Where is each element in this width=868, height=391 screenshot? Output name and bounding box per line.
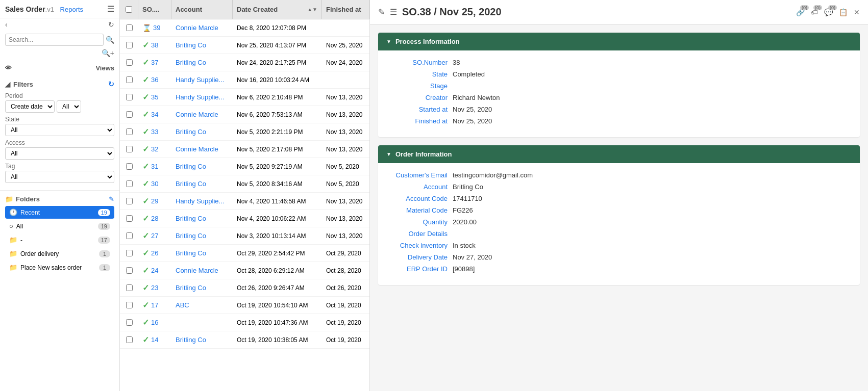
views-section-header[interactable]: 👁 Views [0, 60, 119, 76]
table-row[interactable]: ✓ 24 Connie Marcle Oct 28, 2020 6:29:12 … [120, 262, 369, 279]
folder-count-order-delivery: 1 [99, 250, 110, 257]
table-row[interactable]: ✓ 31 Britling Co Nov 5, 2020 9:27:19 AM … [120, 158, 369, 175]
account-cell: Britling Co [176, 163, 206, 170]
select-all-checkbox[interactable] [126, 6, 132, 13]
state-select[interactable]: All [5, 124, 114, 136]
row-checkbox[interactable] [126, 76, 133, 83]
row-checkbox[interactable] [126, 284, 133, 291]
comment-icon[interactable]: 💬 (0) [824, 8, 833, 16]
th-account[interactable]: Account [171, 0, 233, 19]
reports-link[interactable]: Reports [60, 6, 84, 13]
table-row[interactable]: ✓ 37 Britling Co Nov 24, 2020 2:17:25 PM… [120, 54, 369, 71]
td-checkbox [120, 210, 138, 227]
row-checkbox[interactable] [126, 111, 133, 118]
td-finished [322, 71, 369, 88]
row-checkbox[interactable] [126, 250, 133, 256]
td-date: Oct 19, 2020 10:38:05 AM [233, 331, 322, 348]
row-checkbox[interactable] [126, 180, 133, 187]
td-account: Britling Co [171, 245, 233, 262]
refresh-icon[interactable]: ↻ [108, 20, 114, 29]
edit-title-icon[interactable]: ✎ [378, 7, 385, 17]
table-row[interactable]: ✓ 26 Britling Co Oct 29, 2020 2:54:42 PM… [120, 245, 369, 262]
td-finished: Oct 29, 2020 [322, 245, 369, 262]
table-row[interactable]: ✓ 36 Handy Supplie... Nov 16, 2020 10:03… [120, 71, 369, 89]
td-date: Nov 24, 2020 2:17:25 PM [233, 54, 322, 71]
row-checkbox[interactable] [126, 198, 133, 204]
close-icon[interactable]: ✕ [854, 8, 860, 16]
folder-count-recent: 19 [98, 209, 110, 216]
th-finished[interactable]: Finished at [322, 0, 369, 19]
advanced-search-icon[interactable]: 🔍+ [102, 49, 114, 57]
row-checkbox[interactable] [126, 42, 133, 48]
tag-select[interactable]: All [5, 171, 114, 183]
table-row[interactable]: ✓ 33 Britling Co Nov 5, 2020 2:21:19 PM … [120, 123, 369, 141]
row-checkbox[interactable] [126, 146, 133, 152]
period-type-select[interactable]: Create date [5, 100, 55, 113]
account-cell: Connie Marcle [176, 145, 218, 153]
tag-icon[interactable]: 🏷 (0) [811, 8, 818, 16]
row-checkbox[interactable] [126, 319, 133, 326]
period-value-select[interactable]: All [57, 100, 81, 113]
row-checkbox[interactable] [126, 267, 133, 274]
th-so[interactable]: SO.... [138, 0, 171, 19]
td-finished: Nov 13, 2020 [322, 210, 369, 227]
account-cell: Britling Co [176, 59, 206, 66]
menu-icon[interactable]: ☰ [390, 7, 397, 17]
delivery-date-label: Delivery Date [386, 253, 453, 261]
sort-icon: ▲▼ [307, 7, 317, 12]
row-checkbox[interactable] [126, 163, 133, 170]
order-info-header[interactable]: ▼ Order Information [378, 145, 860, 163]
table-row[interactable]: ✓ 23 Britling Co Oct 26, 2020 9:26:47 AM… [120, 279, 369, 297]
row-checkbox[interactable] [126, 94, 133, 100]
row-checkbox[interactable] [126, 128, 133, 135]
copy-icon[interactable]: 📋 [839, 8, 848, 16]
check-inventory-value: In stock [453, 242, 476, 249]
table-row[interactable]: ✓ 17 ABC Oct 19, 2020 10:54:10 AM Oct 19… [120, 297, 369, 314]
folder-item-recent[interactable]: 🕐 Recent 19 [5, 206, 114, 219]
td-finished: Nov 5, 2020 [322, 175, 369, 192]
row-checkbox[interactable] [126, 232, 133, 239]
started-at-row: Started at Nov 25, 2020 [386, 106, 852, 113]
table-row[interactable]: ✓ 30 Britling Co Nov 5, 2020 8:34:16 AM … [120, 175, 369, 193]
row-checkbox[interactable] [126, 24, 133, 31]
th-date-created[interactable]: Date Created ▲▼ [233, 0, 322, 19]
table-row[interactable]: ✓ 28 Britling Co Nov 4, 2020 10:06:22 AM… [120, 210, 369, 227]
so-number-cell: 26 [151, 249, 158, 257]
th-checkbox[interactable] [120, 0, 138, 19]
row-checkbox[interactable] [126, 59, 133, 66]
filters-header[interactable]: ◢ Filters ↻ [0, 76, 119, 92]
so-number-cell: 16 [151, 319, 158, 326]
hamburger-icon[interactable]: ☰ [107, 4, 114, 14]
table-row[interactable]: ✓ 34 Connie Marcle Nov 6, 2020 7:53:13 A… [120, 106, 369, 123]
back-icon[interactable]: ‹ [5, 20, 8, 29]
folder-item-dash[interactable]: 📁 - 17 [5, 233, 114, 246]
table-row[interactable]: ✓ 32 Connie Marcle Nov 5, 2020 2:17:08 P… [120, 141, 369, 158]
td-checkbox [120, 331, 138, 348]
table-row[interactable]: ✓ 35 Handy Supplie... Nov 6, 2020 2:10:4… [120, 89, 369, 106]
state-label: State [5, 116, 114, 123]
table-row[interactable]: ✓ 16 Oct 19, 2020 10:47:36 AM Oct 19, 20… [120, 314, 369, 331]
edit-folders-icon[interactable]: ✎ [109, 195, 114, 203]
process-info-header[interactable]: ▼ Process Information [378, 33, 860, 50]
table-row[interactable]: ✓ 29 Handy Supplie... Nov 4, 2020 11:46:… [120, 193, 369, 210]
folder-item-order-delivery[interactable]: 📁 Order delivery 1 [5, 247, 114, 260]
search-input[interactable] [5, 34, 104, 46]
folder-item-place-new-sales[interactable]: 📁 Place New sales order 1 [5, 261, 114, 274]
order-collapse-triangle: ▼ [386, 151, 391, 157]
folder-name-order-delivery: Order delivery [20, 250, 59, 257]
filter-refresh-icon[interactable]: ↻ [108, 80, 114, 88]
folder-item-all[interactable]: ○ All 19 [5, 220, 114, 232]
td-date: Nov 4, 2020 10:06:22 AM [233, 210, 322, 227]
table-row[interactable]: ⌛ 39 Connie Marcle Dec 8, 2020 12:07:08 … [120, 19, 369, 37]
so-number-cell: 24 [151, 267, 158, 274]
td-finished: Nov 13, 2020 [322, 106, 369, 123]
row-checkbox[interactable] [126, 302, 133, 308]
link-icon[interactable]: 🔗 (0) [796, 8, 805, 16]
table-row[interactable]: ✓ 27 Britling Co Nov 3, 2020 10:13:14 AM… [120, 227, 369, 245]
row-checkbox[interactable] [126, 215, 133, 222]
row-checkbox[interactable] [126, 336, 133, 343]
search-button[interactable]: 🔍 [106, 36, 114, 44]
table-row[interactable]: ✓ 14 Britling Co Oct 19, 2020 10:38:05 A… [120, 331, 369, 349]
access-select[interactable]: All [5, 147, 114, 160]
table-row[interactable]: ✓ 38 Britling Co Nov 25, 2020 4:13:07 PM… [120, 37, 369, 54]
